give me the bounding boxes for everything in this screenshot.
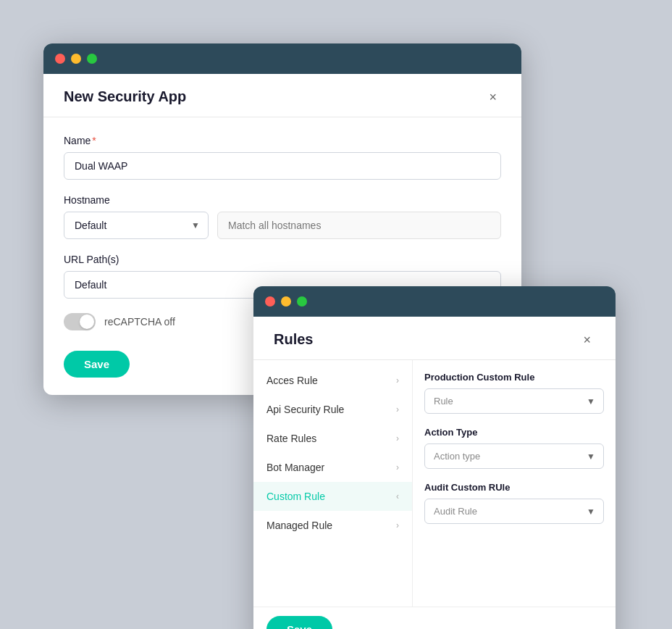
rules-list-item-managed-label: Managed Rule (266, 520, 332, 531)
main-titlebar (43, 43, 521, 74)
recaptcha-toggle[interactable] (64, 313, 96, 330)
production-rule-select-wrap: Rule ▼ (424, 388, 604, 414)
custom-chevron-left-icon: ‹ (396, 491, 399, 501)
rules-list-item-api-label: Api Security Rule (266, 404, 344, 415)
hostname-row: Default ▼ (64, 212, 501, 239)
rate-chevron-right-icon: › (396, 433, 399, 443)
toggle-knob (80, 314, 94, 329)
rules-list-item-rate-label: Rate Rules (266, 433, 316, 444)
rules-window-title: Rules (274, 331, 313, 348)
dot-green[interactable] (87, 54, 97, 64)
rules-list-item-custom-label: Custom Rule (266, 491, 325, 502)
production-custom-rule-label: Production Custom Rule (424, 372, 604, 383)
audit-rule-select[interactable]: Audit Rule (424, 499, 604, 524)
access-chevron-right-icon: › (396, 375, 399, 386)
main-window-header: New Security App × (43, 74, 521, 117)
hostname-label: Hostname (64, 194, 501, 206)
api-chevron-right-icon: › (396, 404, 399, 415)
managed-chevron-right-icon: › (396, 520, 399, 530)
hostname-match-input[interactable] (217, 212, 501, 239)
rules-titlebar (253, 286, 616, 317)
main-close-button[interactable]: × (484, 89, 501, 105)
hostname-select-wrap: Default ▼ (64, 212, 209, 239)
bot-chevron-right-icon: › (396, 462, 399, 472)
rules-detail-panel: Production Custom Rule Rule ▼ Action Typ… (413, 360, 616, 607)
rules-list-item-managed-rule[interactable]: Managed Rule › (253, 511, 412, 540)
rules-list-item-bot-manager[interactable]: Bot Manager › (253, 453, 412, 482)
rules-dot-green[interactable] (297, 296, 307, 307)
hostname-field-group: Hostname Default ▼ (64, 194, 501, 239)
main-window-title: New Security App (64, 88, 186, 105)
dot-red[interactable] (55, 54, 65, 64)
rules-list-item-api-security[interactable]: Api Security Rule › (253, 395, 412, 424)
recaptcha-label: reCAPTCHA off (104, 316, 175, 328)
main-save-button[interactable]: Save (64, 351, 130, 378)
rules-list-item-custom-rule[interactable]: Custom Rule ‹ (253, 482, 412, 511)
name-required: * (92, 135, 96, 146)
production-rule-select[interactable]: Rule (424, 388, 604, 414)
name-label: Name* (64, 135, 501, 146)
rules-dot-yellow[interactable] (281, 296, 291, 307)
rules-list-item-access-label: Acces Rule (266, 375, 318, 386)
audit-custom-rule-label: Audit Custom RUle (424, 482, 604, 493)
rules-close-button[interactable]: × (579, 332, 595, 348)
rules-list: Acces Rule › Api Security Rule › Rate Ru… (253, 360, 413, 607)
action-type-select-wrap: Action type ▼ (424, 443, 604, 469)
name-input[interactable] (64, 152, 501, 180)
action-type-select[interactable]: Action type (424, 443, 604, 469)
name-field-group: Name* (64, 135, 501, 180)
dot-yellow[interactable] (71, 54, 81, 64)
rules-content: Acces Rule › Api Security Rule › Rate Ru… (253, 360, 616, 607)
rules-dot-red[interactable] (265, 296, 275, 307)
audit-rule-select-wrap: Audit Rule ▼ (424, 499, 604, 524)
audit-custom-rule-section: Audit Custom RUle Audit Rule ▼ (424, 482, 604, 524)
rules-window-header: Rules × (253, 317, 616, 360)
rules-save-button[interactable]: Save (266, 616, 332, 629)
rules-list-item-rate-rules[interactable]: Rate Rules › (253, 424, 412, 453)
url-paths-label: URL Path(s) (64, 254, 501, 265)
rules-footer: Save (253, 607, 616, 629)
rules-list-item-access[interactable]: Acces Rule › (253, 366, 412, 395)
rules-window: Rules × Acces Rule › Api Security Rule ›… (253, 286, 616, 629)
action-type-label: Action Type (424, 427, 604, 438)
rules-list-item-bot-label: Bot Manager (266, 462, 324, 473)
production-custom-rule-section: Production Custom Rule Rule ▼ (424, 372, 604, 414)
action-type-section: Action Type Action type ▼ (424, 427, 604, 469)
hostname-select[interactable]: Default (64, 212, 209, 239)
